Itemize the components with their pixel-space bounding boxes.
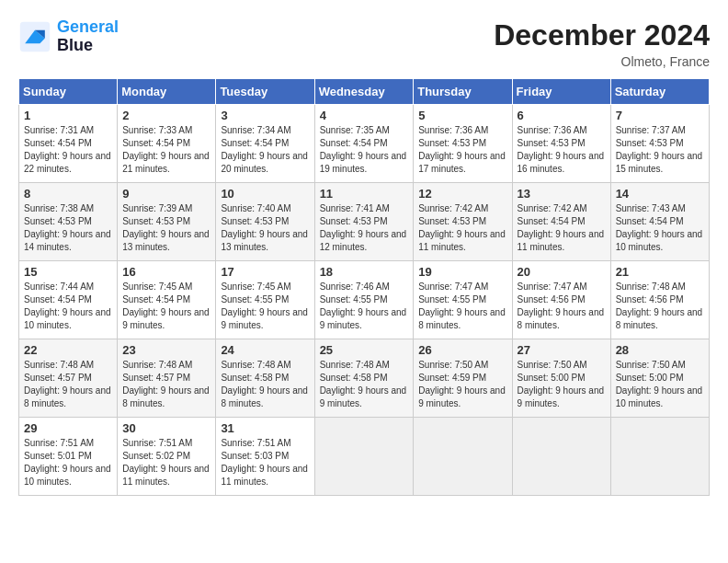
table-row: 24 Sunrise: 7:48 AM Sunset: 4:58 PM Dayl…: [216, 339, 314, 418]
table-row: 6 Sunrise: 7:36 AM Sunset: 4:53 PM Dayli…: [512, 105, 610, 183]
table-row: 11 Sunrise: 7:41 AM Sunset: 4:53 PM Dayl…: [314, 183, 414, 261]
calendar-week: 8 Sunrise: 7:38 AM Sunset: 4:53 PM Dayli…: [19, 183, 710, 261]
col-monday: Monday: [118, 79, 216, 105]
col-tuesday: Tuesday: [216, 79, 314, 105]
calendar-week: 22 Sunrise: 7:48 AM Sunset: 4:57 PM Dayl…: [19, 339, 710, 418]
table-row: 29 Sunrise: 7:51 AM Sunset: 5:01 PM Dayl…: [19, 418, 118, 496]
table-row: 16 Sunrise: 7:45 AM Sunset: 4:54 PM Dayl…: [118, 261, 216, 339]
table-row: 21 Sunrise: 7:48 AM Sunset: 4:56 PM Dayl…: [610, 261, 709, 339]
page-header: General Blue December 2024 Olmeto, Franc…: [18, 18, 710, 69]
table-row: 31 Sunrise: 7:51 AM Sunset: 5:03 PM Dayl…: [216, 418, 314, 496]
table-row: 5 Sunrise: 7:36 AM Sunset: 4:53 PM Dayli…: [414, 105, 512, 183]
logo-icon: [18, 20, 51, 53]
calendar-week: 1 Sunrise: 7:31 AM Sunset: 4:54 PM Dayli…: [19, 105, 710, 183]
table-row: 1 Sunrise: 7:31 AM Sunset: 4:54 PM Dayli…: [19, 105, 118, 183]
table-row: 2 Sunrise: 7:33 AM Sunset: 4:54 PM Dayli…: [118, 105, 216, 183]
table-row: 19 Sunrise: 7:47 AM Sunset: 4:55 PM Dayl…: [414, 261, 512, 339]
calendar-body: 1 Sunrise: 7:31 AM Sunset: 4:54 PM Dayli…: [19, 105, 710, 496]
table-row: 3 Sunrise: 7:34 AM Sunset: 4:54 PM Dayli…: [216, 105, 314, 183]
empty-cell: [512, 418, 610, 496]
table-row: 18 Sunrise: 7:46 AM Sunset: 4:55 PM Dayl…: [314, 261, 414, 339]
empty-cell: [610, 418, 709, 496]
table-row: 22 Sunrise: 7:48 AM Sunset: 4:57 PM Dayl…: [19, 339, 118, 418]
table-row: 7 Sunrise: 7:37 AM Sunset: 4:53 PM Dayli…: [610, 105, 709, 183]
table-row: 25 Sunrise: 7:48 AM Sunset: 4:58 PM Dayl…: [314, 339, 414, 418]
col-thursday: Thursday: [414, 79, 512, 105]
table-row: 20 Sunrise: 7:47 AM Sunset: 4:56 PM Dayl…: [512, 261, 610, 339]
table-row: 13 Sunrise: 7:42 AM Sunset: 4:54 PM Dayl…: [512, 183, 610, 261]
empty-cell: [414, 418, 512, 496]
table-row: 26 Sunrise: 7:50 AM Sunset: 4:59 PM Dayl…: [414, 339, 512, 418]
col-wednesday: Wednesday: [314, 79, 414, 105]
table-row: 30 Sunrise: 7:51 AM Sunset: 5:02 PM Dayl…: [118, 418, 216, 496]
logo: General Blue: [18, 18, 119, 55]
location: Olmeto, France: [494, 54, 710, 69]
calendar-week: 29 Sunrise: 7:51 AM Sunset: 5:01 PM Dayl…: [19, 418, 710, 496]
table-row: 12 Sunrise: 7:42 AM Sunset: 4:53 PM Dayl…: [414, 183, 512, 261]
table-row: 14 Sunrise: 7:43 AM Sunset: 4:54 PM Dayl…: [610, 183, 709, 261]
table-row: 27 Sunrise: 7:50 AM Sunset: 5:00 PM Dayl…: [512, 339, 610, 418]
title-block: December 2024 Olmeto, France: [494, 18, 710, 69]
table-row: 4 Sunrise: 7:35 AM Sunset: 4:54 PM Dayli…: [314, 105, 414, 183]
table-row: 15 Sunrise: 7:44 AM Sunset: 4:54 PM Dayl…: [19, 261, 118, 339]
table-row: 17 Sunrise: 7:45 AM Sunset: 4:55 PM Dayl…: [216, 261, 314, 339]
table-row: 28 Sunrise: 7:50 AM Sunset: 5:00 PM Dayl…: [610, 339, 709, 418]
logo-text: General Blue: [57, 18, 119, 55]
col-sunday: Sunday: [19, 79, 118, 105]
table-row: 23 Sunrise: 7:48 AM Sunset: 4:57 PM Dayl…: [118, 339, 216, 418]
calendar-table: Sunday Monday Tuesday Wednesday Thursday…: [18, 78, 710, 496]
table-row: 8 Sunrise: 7:38 AM Sunset: 4:53 PM Dayli…: [19, 183, 118, 261]
table-row: 10 Sunrise: 7:40 AM Sunset: 4:53 PM Dayl…: [216, 183, 314, 261]
calendar-week: 15 Sunrise: 7:44 AM Sunset: 4:54 PM Dayl…: [19, 261, 710, 339]
table-row: 9 Sunrise: 7:39 AM Sunset: 4:53 PM Dayli…: [118, 183, 216, 261]
month-title: December 2024: [494, 18, 710, 52]
empty-cell: [314, 418, 414, 496]
col-saturday: Saturday: [610, 79, 709, 105]
col-friday: Friday: [512, 79, 610, 105]
header-row: Sunday Monday Tuesday Wednesday Thursday…: [19, 79, 710, 105]
